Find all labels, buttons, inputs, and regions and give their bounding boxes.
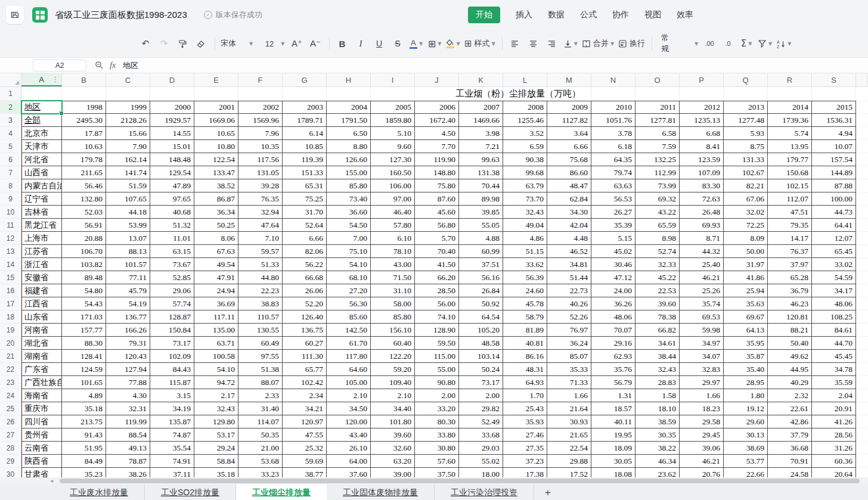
value-cell[interactable]: 26.48 <box>680 206 724 219</box>
value-cell[interactable]: 1.31 <box>591 389 636 402</box>
cell[interactable] <box>503 87 547 101</box>
value-cell[interactable]: 52.49 <box>459 415 503 428</box>
value-cell[interactable]: 3.98 <box>459 127 503 140</box>
value-cell[interactable]: 29.82 <box>459 402 503 415</box>
value-cell[interactable]: 3.15 <box>150 389 194 402</box>
value-cell[interactable]: 73.99 <box>636 179 680 192</box>
region-cell[interactable]: 广西壮族自治区 <box>21 376 62 389</box>
value-cell[interactable]: 63.63 <box>591 179 636 192</box>
value-cell[interactable]: 31.40 <box>238 402 283 415</box>
value-cell[interactable]: 2.34 <box>283 389 327 402</box>
value-cell[interactable]: 7.00 <box>327 232 371 245</box>
value-cell[interactable]: 69.53 <box>680 310 724 324</box>
value-cell[interactable]: 73.17 <box>150 337 194 350</box>
value-cell[interactable]: 32.94 <box>238 206 283 219</box>
underline-button[interactable]: U <box>372 35 386 52</box>
value-cell[interactable]: 29.03 <box>459 442 503 455</box>
value-cell[interactable]: 83.30 <box>680 179 724 192</box>
value-cell[interactable]: 46.21 <box>680 455 724 468</box>
value-cell[interactable]: 44.32 <box>680 245 724 258</box>
value-cell[interactable]: 157.77 <box>62 324 106 337</box>
region-cell[interactable]: 陕西省 <box>21 455 62 468</box>
value-cell[interactable]: 105.00 <box>327 376 371 389</box>
value-cell[interactable]: 52.26 <box>547 310 591 324</box>
year-header-cell[interactable]: 2007 <box>459 101 503 114</box>
column-header[interactable]: G <box>283 73 327 86</box>
undo-button[interactable]: ↶ <box>138 35 153 52</box>
value-cell[interactable]: 8.06 <box>194 232 238 245</box>
fx-icon[interactable]: fx <box>110 61 116 70</box>
row-number[interactable]: 9 <box>0 192 21 206</box>
value-cell[interactable]: 84.61 <box>812 324 856 337</box>
value-cell[interactable]: 3.52 <box>503 127 547 140</box>
value-cell[interactable]: 70.07 <box>591 324 636 337</box>
value-cell[interactable]: 103.82 <box>62 258 106 271</box>
value-cell[interactable]: 171.03 <box>62 310 106 324</box>
row-number[interactable]: 3 <box>0 114 21 127</box>
value-cell[interactable]: 17.52 <box>547 468 591 477</box>
value-cell[interactable]: 29.97 <box>680 376 724 389</box>
value-cell[interactable]: 51.38 <box>238 363 283 376</box>
value-cell[interactable]: 40.11 <box>591 415 636 428</box>
value-cell[interactable]: 6.10 <box>371 232 415 245</box>
value-cell[interactable]: 162.14 <box>106 153 150 166</box>
value-cell[interactable]: 77.11 <box>106 271 150 284</box>
align-right-button[interactable] <box>545 35 559 52</box>
value-cell[interactable]: 18.09 <box>591 442 636 455</box>
value-cell[interactable]: 55.05 <box>459 219 503 232</box>
value-cell[interactable]: 4.94 <box>812 127 856 140</box>
value-cell[interactable]: 27.35 <box>503 442 547 455</box>
value-cell[interactable]: 88.30 <box>62 337 106 350</box>
value-cell[interactable]: 21.64 <box>547 402 591 415</box>
column-header[interactable]: N <box>591 73 636 86</box>
column-header[interactable]: K <box>459 73 503 86</box>
cell[interactable] <box>856 455 868 468</box>
value-cell[interactable]: 120.97 <box>283 415 327 428</box>
font-increase-button[interactable]: A⁺ <box>290 35 304 52</box>
year-header-cell[interactable]: 2012 <box>680 101 724 114</box>
value-cell[interactable]: 29.16 <box>591 337 636 350</box>
value-cell[interactable]: 6.66 <box>283 232 327 245</box>
value-cell[interactable]: 53.99 <box>106 219 150 232</box>
value-cell[interactable]: 126.40 <box>283 310 327 324</box>
value-cell[interactable]: 29.60 <box>724 415 768 428</box>
value-cell[interactable]: 74.87 <box>150 428 194 442</box>
value-cell[interactable]: 73.67 <box>150 258 194 271</box>
value-cell[interactable]: 85.07 <box>547 350 591 363</box>
value-cell[interactable]: 46.40 <box>371 206 415 219</box>
cell[interactable] <box>415 87 459 101</box>
value-cell[interactable]: 46.34 <box>636 455 680 468</box>
region-cell[interactable]: 河南省 <box>21 324 62 337</box>
value-cell[interactable]: 12.07 <box>812 232 856 245</box>
value-cell[interactable]: 6.58 <box>636 127 680 140</box>
value-cell[interactable]: 8.71 <box>680 232 724 245</box>
value-cell[interactable]: 124.59 <box>62 363 106 376</box>
value-cell[interactable]: 102.09 <box>150 350 194 363</box>
region-header-cell[interactable]: 地区 <box>21 101 62 114</box>
row-number[interactable]: 12 <box>0 232 21 245</box>
value-cell[interactable]: 64.13 <box>724 324 768 337</box>
year-header-cell[interactable]: 2008 <box>503 101 547 114</box>
row-number[interactable]: 21 <box>0 350 21 363</box>
value-cell[interactable]: 148.80 <box>415 166 459 179</box>
column-header[interactable]: L <box>503 73 547 86</box>
value-cell[interactable]: 32.43 <box>636 363 680 376</box>
save-button[interactable] <box>6 6 24 24</box>
value-cell[interactable]: 21.00 <box>238 442 283 455</box>
value-cell[interactable]: 74.10 <box>415 310 459 324</box>
value-cell[interactable]: 80.30 <box>415 415 459 428</box>
value-cell[interactable]: 4.50 <box>415 127 459 140</box>
value-cell[interactable]: 30.13 <box>724 428 768 442</box>
value-cell[interactable]: 38.83 <box>238 297 283 310</box>
value-cell[interactable]: 2.17 <box>194 389 238 402</box>
cell[interactable] <box>856 166 868 179</box>
value-cell[interactable]: 4.86 <box>503 232 547 245</box>
value-cell[interactable]: 64.93 <box>503 376 547 389</box>
row-number[interactable]: 20 <box>0 337 21 350</box>
cell[interactable] <box>856 402 868 415</box>
value-cell[interactable]: 6.68 <box>680 127 724 140</box>
value-cell[interactable]: 8.98 <box>636 232 680 245</box>
cell[interactable] <box>856 114 868 127</box>
value-cell[interactable]: 58.00 <box>371 297 415 310</box>
value-cell[interactable]: 40.29 <box>768 376 812 389</box>
